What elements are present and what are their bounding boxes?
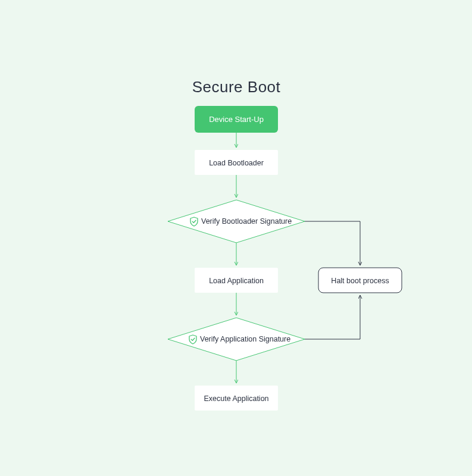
node-start-label: Device Start-Up (209, 115, 264, 124)
node-execute-label: Execute Application (204, 394, 268, 403)
edge-verify2-to-halt (305, 295, 360, 339)
node-load-bootloader: Load Bootloader (195, 150, 278, 175)
node-execute: Execute Application (195, 386, 278, 411)
node-verify-bootloader: Verify Bootloader Signature (168, 200, 305, 243)
node-load-application-label: Load Application (209, 277, 264, 285)
node-start: Device Start-Up (195, 106, 278, 133)
edge-verify1-to-halt (305, 221, 360, 265)
secure-boot-diagram: Secure Boot Device Start-Up Load Bootloa… (0, 0, 472, 476)
node-verify-application: Verify Application Signature (168, 318, 305, 361)
node-load-application: Load Application (195, 268, 278, 293)
node-halt-label: Halt boot process (331, 277, 389, 285)
node-halt: Halt boot process (318, 268, 402, 293)
node-verify-application-label: Verify Application Signature (200, 335, 290, 343)
node-verify-bootloader-label: Verify Bootloader Signature (201, 217, 292, 226)
node-load-bootloader-label: Load Bootloader (209, 159, 264, 167)
diagram-title: Secure Boot (192, 78, 281, 96)
